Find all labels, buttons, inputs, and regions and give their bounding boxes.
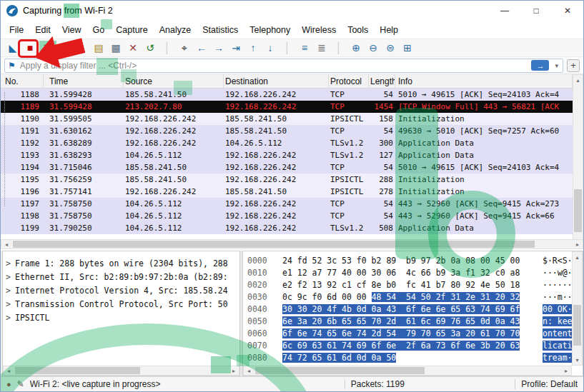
filter-add-button[interactable]: + xyxy=(567,59,580,72)
maximize-button[interactable]: □ xyxy=(520,1,552,21)
packet-row[interactable]: 1194 31.715046 185.58.241.50 192.168.226… xyxy=(1,161,573,174)
menu-item[interactable]: Help xyxy=(374,23,404,37)
toolbar-separator[interactable]: │ xyxy=(159,41,175,56)
minimize-button[interactable]: — xyxy=(489,1,520,21)
scroll-up-arrow[interactable]: ▴ xyxy=(573,75,583,85)
save-capture-icon[interactable]: ▦ xyxy=(108,41,124,56)
hex-row[interactable]: 0000 24 fd 52 3c 53 f0 b2 89 b9 97 2b 0a… xyxy=(247,255,572,267)
column-header-length[interactable]: Length xyxy=(369,74,395,88)
filter-apply-button[interactable]: → xyxy=(531,60,549,71)
go-back-icon[interactable]: ← xyxy=(194,41,209,56)
reload-capture-icon[interactable]: ↺ xyxy=(142,41,158,56)
packet-row[interactable]: 1192 31.638289 192.168.226.242 104.26.5.… xyxy=(1,137,573,149)
expander-icon[interactable]: > xyxy=(6,286,15,296)
close-button[interactable]: ✕ xyxy=(552,1,583,21)
hex-row[interactable]: 0030 0c 9c f0 6d 00 00 48 54 54 50 2f 31… xyxy=(247,291,572,303)
hex-row[interactable]: 0080 74 72 65 61 6d 0d 0a 50 tream··P xyxy=(247,352,572,364)
packet-row[interactable]: 1198 31.758750 104.26.5.112 192.168.226.… xyxy=(1,210,573,222)
column-header-destination[interactable]: Destination xyxy=(224,74,329,88)
menu-item[interactable]: View xyxy=(56,23,87,37)
go-last-icon[interactable]: ↓ xyxy=(262,41,278,56)
column-header-source[interactable]: Source xyxy=(124,74,224,88)
packet-list-hscrollbar[interactable]: ◂ ▸ xyxy=(1,239,583,249)
menu-item[interactable]: File xyxy=(4,23,29,37)
go-first-icon[interactable]: ↑ xyxy=(245,41,261,56)
scroll-right-arrow[interactable]: ▸ xyxy=(229,366,239,375)
hex-row[interactable]: 0060 6f 6e 74 65 6e 74 2d 54 79 70 65 3a… xyxy=(247,328,572,340)
hex-row[interactable]: 0050 6e 3a 20 6b 65 65 70 2d 61 6c 69 76… xyxy=(247,316,572,328)
details-hscrollbar[interactable]: ◂ ▸ xyxy=(3,366,239,376)
menu-item[interactable]: Tools xyxy=(342,23,374,37)
column-header-protocol[interactable]: Protocol xyxy=(329,74,369,88)
expert-info-icon[interactable]: ● xyxy=(6,380,11,388)
packet-row[interactable]: 1195 31.756259 185.58.241.50 192.168.226… xyxy=(1,174,573,186)
scroll-right-arrow[interactable]: ▸ xyxy=(561,366,571,375)
menu-item[interactable]: Analyze xyxy=(154,23,197,37)
scroll-left-arrow[interactable]: ◂ xyxy=(1,240,11,248)
detail-line[interactable]: > Internet Protocol Version 4, Src: 185.… xyxy=(6,283,238,297)
hex-row[interactable]: 0040 30 30 20 4f 4b 0d 0a 43 6f 6e 6e 65… xyxy=(247,303,572,316)
auto-scroll-icon[interactable]: ≡ xyxy=(297,41,312,56)
detail-line[interactable]: > Ethernet II, Src: b2:89:b9:97:2b:0a (b… xyxy=(6,270,238,283)
go-forward-icon[interactable]: → xyxy=(211,41,227,56)
menu-item[interactable]: Go xyxy=(87,23,111,37)
packet-row[interactable]: 1199 31.790250 104.26.5.112 192.168.226.… xyxy=(1,222,573,234)
scroll-thumb[interactable] xyxy=(255,367,425,374)
find-packet-icon[interactable]: ⌖ xyxy=(177,41,192,56)
packet-row[interactable]: 1193 31.638293 104.26.5.112 192.168.226.… xyxy=(1,149,573,161)
menu-item[interactable]: Telephony xyxy=(244,23,296,37)
profile-label[interactable]: Profile: Default xyxy=(521,379,578,389)
detail-line[interactable]: > IPSICTL xyxy=(6,311,238,324)
display-filter-input[interactable]: ⚑ Apply a display filter ... <Ctrl-/> → … xyxy=(4,59,563,73)
packet-row[interactable]: 1197 31.758750 104.26.5.112 192.168.226.… xyxy=(1,198,573,210)
expander-icon[interactable]: > xyxy=(6,299,15,309)
zoom-100-icon[interactable]: ⊜ xyxy=(382,41,398,56)
bytes-vscrollbar[interactable]: ▴ ▾ xyxy=(572,251,583,366)
scroll-right-arrow[interactable]: ▸ xyxy=(573,240,583,248)
colorize-icon[interactable]: ≣ xyxy=(314,41,330,56)
zoom-in-icon[interactable]: ⊕ xyxy=(348,41,364,56)
expander-icon[interactable]: > xyxy=(6,258,15,268)
scroll-thumb[interactable] xyxy=(13,241,535,248)
packet-list-vscrollbar[interactable]: ▴ ▾ xyxy=(573,74,583,249)
scroll-up-arrow[interactable]: ▴ xyxy=(573,252,582,262)
column-header-no[interactable]: No. xyxy=(1,74,44,88)
scroll-thumb[interactable] xyxy=(573,305,581,346)
packet-row[interactable]: 1190 31.599505 192.168.226.242 185.58.24… xyxy=(1,113,573,125)
scroll-left-arrow[interactable]: ◂ xyxy=(244,366,254,375)
hex-bytes-selected: 6c 69 63 61 74 69 6f 6e 2f 6a 73 6f 6e 3… xyxy=(282,341,520,351)
toolbar-separator[interactable]: │ xyxy=(331,41,347,56)
hex-bytes: 6e 3a 20 6b 65 65 70 2d 61 6c 69 76 65 0… xyxy=(282,316,534,328)
packet-row[interactable]: 1188 31.599428 185.58.241.50 192.168.226… xyxy=(1,89,573,101)
expander-icon[interactable]: > xyxy=(6,272,15,282)
column-header-time[interactable]: Time xyxy=(44,74,124,88)
hex-row[interactable]: 0010 e1 12 a7 77 40 00 30 06 4c 66 b9 3a… xyxy=(247,267,572,279)
column-header-info[interactable]: Info xyxy=(395,74,573,88)
menu-item[interactable]: Statistics xyxy=(197,23,244,37)
detail-line[interactable]: > Frame 1: 288 bytes on wire (2304 bits)… xyxy=(6,256,238,270)
zoom-out-icon[interactable]: ⊖ xyxy=(365,41,381,56)
hex-row[interactable]: 0020 e2 f2 13 92 c1 cf 8e b0 fc 41 b7 80… xyxy=(247,279,572,291)
menu-item[interactable]: Wireless xyxy=(296,23,342,37)
menu-item[interactable]: Edit xyxy=(29,23,56,37)
open-capture-icon[interactable]: ▤ xyxy=(91,41,107,56)
close-capture-icon[interactable]: ✕ xyxy=(125,41,141,56)
filter-dropdown-caret[interactable]: ▾ xyxy=(553,62,560,69)
capture-comment-icon[interactable]: ✎ xyxy=(17,379,24,389)
scroll-thumb[interactable] xyxy=(574,189,582,232)
resize-columns-icon[interactable]: ⊞ xyxy=(400,41,415,56)
go-to-packet-icon[interactable]: ⇥ xyxy=(228,41,244,56)
scroll-thumb[interactable] xyxy=(15,367,140,374)
detail-line[interactable]: > Transmission Control Protocol, Src Por… xyxy=(6,297,238,311)
packet-row[interactable]: 1191 31.630162 192.168.226.242 185.58.24… xyxy=(1,125,573,137)
packet-row[interactable]: 1189 31.599428 213.202.7.80 192.168.226.… xyxy=(1,101,573,113)
packet-row[interactable]: 1196 31.757141 192.168.226.242 185.58.24… xyxy=(1,186,573,198)
scroll-down-arrow[interactable]: ▾ xyxy=(573,355,582,365)
filter-bookmark-icon[interactable]: ⚑ xyxy=(8,61,16,71)
expander-icon[interactable]: > xyxy=(6,313,15,323)
menu-item[interactable]: Capture xyxy=(110,23,153,37)
hex-row[interactable]: 0070 6c 69 63 61 74 69 6f 6e 2f 6a 73 6f… xyxy=(247,340,572,352)
bytes-hscrollbar[interactable]: ◂ ▸ xyxy=(243,366,572,376)
toolbar-separator[interactable]: │ xyxy=(279,41,295,56)
scroll-left-arrow[interactable]: ◂ xyxy=(4,366,14,375)
